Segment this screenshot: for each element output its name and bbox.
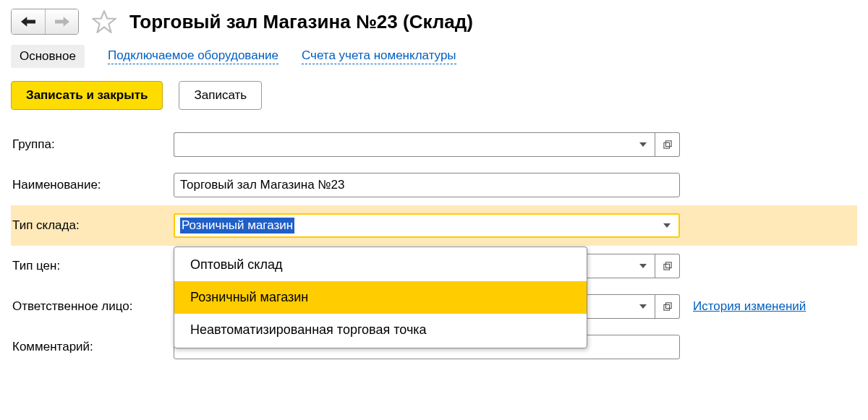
nav-buttons (11, 9, 79, 35)
chevron-down-icon (639, 140, 647, 149)
page: Торговый зал Магазина №23 (Склад) Основн… (0, 0, 868, 372)
warehouse-type-dropdown-button[interactable] (655, 213, 680, 238)
responsible-dropdown-button[interactable] (631, 294, 655, 319)
svg-rect-5 (665, 303, 671, 309)
label-price-type: Тип цен: (11, 259, 174, 273)
open-external-icon (663, 140, 672, 149)
history-link[interactable]: История изменений (693, 299, 806, 314)
group-dropdown-button[interactable] (631, 132, 655, 157)
tab-equipment[interactable]: Подключаемое оборудование (108, 48, 278, 64)
tab-accounts[interactable]: Счета учета номенклатуры (302, 48, 456, 64)
svg-rect-4 (663, 304, 669, 310)
row-name: Наименование: Торговый зал Магазина №23 (11, 165, 857, 205)
nav-forward-button[interactable] (45, 9, 78, 34)
label-comment: Комментарий: (11, 340, 174, 354)
header-row: Торговый зал Магазина №23 (Склад) (11, 4, 857, 42)
svg-rect-1 (665, 141, 671, 147)
warehouse-type-dropdown: Оптовый склад Розничный магазин Неавтома… (174, 247, 587, 348)
group-input[interactable] (174, 132, 631, 157)
group-combo (174, 132, 680, 157)
name-input[interactable]: Торговый зал Магазина №23 (174, 173, 680, 197)
actions-row: Записать и закрыть Записать (11, 81, 857, 124)
tab-main[interactable]: Основное (11, 45, 85, 68)
warehouse-type-option[interactable]: Розничный магазин (174, 281, 587, 314)
nav-back-button[interactable] (12, 9, 45, 34)
page-title: Торговый зал Магазина №23 (Склад) (129, 11, 473, 33)
label-name: Наименование: (11, 178, 174, 192)
svg-rect-0 (663, 142, 669, 148)
chevron-down-icon (639, 302, 647, 311)
chevron-down-icon (639, 262, 647, 270)
svg-rect-3 (665, 262, 671, 268)
label-warehouse-type: Тип склада: (11, 218, 174, 233)
form: Группа: Наименование: (11, 124, 857, 367)
warehouse-type-option[interactable]: Оптовый склад (174, 249, 587, 281)
price-type-dropdown-button[interactable] (631, 254, 655, 278)
warehouse-type-input[interactable]: Розничный магазин (174, 213, 655, 238)
svg-rect-2 (663, 264, 669, 270)
open-external-icon (663, 302, 672, 311)
star-icon (92, 9, 116, 34)
favorite-star[interactable] (92, 9, 116, 34)
chevron-down-icon (663, 221, 671, 230)
save-close-button[interactable]: Записать и закрыть (11, 81, 163, 110)
save-button[interactable]: Записать (179, 81, 262, 110)
row-warehouse-type: Тип склада: Розничный магазин Оптовый ск… (11, 205, 857, 246)
label-group: Группа: (11, 137, 174, 152)
row-group: Группа: (11, 124, 857, 165)
tabs-row: Основное Подключаемое оборудование Счета… (11, 42, 857, 81)
label-responsible: Ответственное лицо: (11, 299, 174, 314)
warehouse-type-combo: Розничный магазин (174, 213, 680, 238)
arrow-right-icon (55, 16, 69, 27)
open-external-icon (663, 262, 672, 270)
price-type-open-button[interactable] (655, 254, 680, 278)
warehouse-type-option[interactable]: Неавтоматизированная торговая точка (174, 314, 587, 346)
responsible-open-button[interactable] (655, 294, 680, 319)
group-open-button[interactable] (655, 132, 680, 157)
warehouse-type-value: Розничный магазин (180, 218, 294, 233)
arrow-left-icon (21, 16, 35, 27)
